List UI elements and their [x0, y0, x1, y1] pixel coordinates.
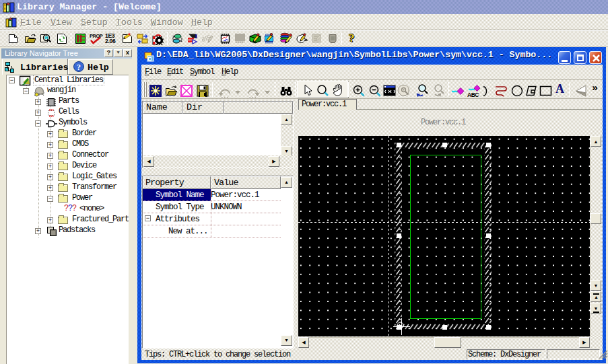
svg-text:?: ? — [77, 63, 81, 72]
svg-text:ABC: ABC — [467, 92, 479, 98]
